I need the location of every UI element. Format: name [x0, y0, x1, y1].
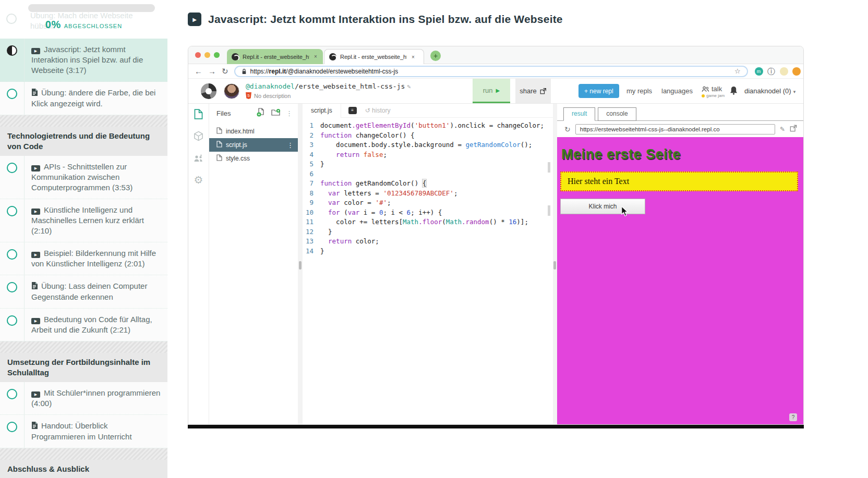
lesson-item[interactable]: ▶Künstliche Intelligenz und Maschinelles…	[0, 199, 167, 242]
klick-mich-button[interactable]: Klick mich	[560, 199, 645, 214]
share-button[interactable]: share	[515, 79, 551, 103]
status-circle-icon[interactable]	[7, 89, 17, 99]
open-in-new-window-icon[interactable]	[790, 125, 797, 134]
history-button[interactable]: ↺ history	[365, 107, 391, 114]
bookmark-star-icon[interactable]: ☆	[734, 67, 741, 75]
code-text: document.body.style.background = getRand…	[320, 140, 532, 150]
line-number: 9	[303, 198, 320, 208]
address-bar[interactable]: https://repl.it/@dianaknodel/erstewebsei…	[234, 66, 748, 77]
file-row-style-css[interactable]: style.css	[209, 152, 298, 165]
lesson-item[interactable]: ▶APIs - Schnittstellen zur Kommunikation…	[0, 156, 167, 199]
lesson-item[interactable]: Übung: Lass deinen Computer Gegenstände …	[0, 275, 167, 309]
add-file-icon[interactable]	[257, 108, 266, 118]
browser-tab-1[interactable]: Repl.it - erste_webseite_html ×	[227, 49, 323, 64]
lesson-label: ▶Javascript: Jetzt kommt Interaktion ins…	[25, 39, 167, 81]
files-rail-icon[interactable]	[194, 109, 204, 119]
multiplayer-people-icon[interactable]	[194, 153, 204, 163]
file-menu-kebab-icon[interactable]: ⋮	[287, 141, 294, 149]
close-window-icon[interactable]	[195, 52, 201, 58]
nav-languages[interactable]: languages	[661, 87, 693, 95]
nav-my-repls[interactable]: my repls	[626, 87, 652, 95]
zoom-window-icon[interactable]	[214, 52, 220, 58]
lesson-title-row: ▶ Javascript: Jetzt kommt Interaktion in…	[188, 13, 563, 26]
video-icon: ▶	[31, 165, 40, 171]
close-tab-icon[interactable]: ×	[412, 54, 415, 60]
file-name: style.css	[226, 155, 250, 162]
reload-icon[interactable]: ↻	[222, 67, 228, 75]
line-number: 11	[303, 217, 320, 227]
code-text: var letters = '0123456789ABCDEF';	[320, 189, 457, 199]
files-menu-kebab-icon[interactable]: ⋮	[286, 109, 293, 117]
scroll-marker	[548, 205, 550, 216]
nav-talk[interactable]: talk game jam	[702, 85, 725, 98]
panel-resizer-right[interactable]	[553, 104, 557, 424]
resize-grip[interactable]	[299, 261, 302, 269]
status-circle-icon[interactable]	[7, 422, 17, 432]
result-webpage: Meine erste Seite Hier steht ein Text Kl…	[557, 137, 803, 424]
code-editor[interactable]: script.js ≡ ↺ history 1document.getEleme…	[303, 104, 553, 424]
lesson-video[interactable]: Repl.it - erste_webseite_html × Repl.it …	[188, 46, 804, 428]
url-text: https://repl.it/@dianaknodel/erstewebsei…	[250, 68, 399, 75]
video-player-bar[interactable]	[188, 425, 804, 428]
lesson-item[interactable]: Handout: Überblick Programmieren im Unte…	[0, 415, 167, 448]
status-circle-icon[interactable]	[7, 389, 17, 399]
browser-toolbar: ← → ↻ https://repl.it/@dianaknodel/erste…	[188, 64, 803, 79]
smiley-extension-icon[interactable]	[780, 67, 788, 76]
repl-path: /erste_webseite_html-css-js	[295, 82, 405, 90]
minimize-window-icon[interactable]	[204, 52, 210, 58]
file-row-index-html[interactable]: index.html	[209, 125, 298, 138]
video-icon: ▶	[31, 252, 40, 258]
lesson-label: ▶APIs - Schnittstellen zur Kommunikation…	[25, 156, 167, 199]
lesson-item[interactable]: ▶Javascript: Jetzt kommt Interaktion ins…	[0, 39, 167, 82]
forward-icon[interactable]: →	[208, 67, 216, 75]
status-circle-icon[interactable]	[7, 206, 17, 216]
teal-extension-icon[interactable]: m	[755, 67, 763, 76]
info-extension-icon[interactable]: ⓘ	[767, 67, 776, 76]
tab-console[interactable]: console	[598, 107, 636, 121]
user-menu[interactable]: dianaknodel (0)▾	[744, 87, 795, 95]
back-icon[interactable]: ←	[195, 67, 202, 75]
new-repl-button[interactable]: + new repl	[578, 84, 619, 98]
file-list: index.htmlscript.js⋮style.css	[209, 125, 298, 165]
status-circle-icon[interactable]	[7, 282, 17, 292]
notifications-bell-icon[interactable]	[730, 86, 738, 97]
run-button[interactable]: run▶	[473, 79, 510, 103]
file-icon	[216, 127, 222, 136]
lesson-item[interactable]: ▶Mit Schüler*innen programmieren (4:00)	[0, 382, 167, 415]
add-folder-icon[interactable]	[271, 108, 281, 118]
tab-result[interactable]: result	[563, 107, 595, 121]
settings-gear-icon[interactable]: ⚙	[194, 175, 204, 185]
refresh-icon[interactable]: ↻	[564, 125, 571, 133]
status-circle-icon[interactable]	[7, 163, 17, 173]
replit-logo[interactable]	[201, 83, 216, 99]
browser-tab-2[interactable]: Repl.it - erste_webseite_html-c ×	[324, 49, 424, 64]
line-number: 3	[303, 140, 320, 150]
page: Übung: Mach deine Webseite hübsch 0%ABGE…	[0, 0, 868, 478]
help-badge[interactable]: ?	[789, 413, 797, 421]
code-line: 3 document.body.style.background = getRa…	[303, 140, 553, 150]
result-url[interactable]: https://erstewebseitehtml-css-js--dianak…	[575, 124, 775, 134]
user-avatar[interactable]	[224, 83, 239, 99]
orange-extension-icon[interactable]	[792, 67, 801, 76]
panel-resizer-left[interactable]	[298, 104, 303, 424]
packages-cube-icon[interactable]	[194, 131, 204, 141]
file-row-script-js[interactable]: script.js⋮	[209, 138, 298, 152]
edit-url-pencil-icon[interactable]: ✎	[780, 126, 785, 133]
lesson-label: Übung: Lass deinen Computer Gegenstände …	[25, 275, 167, 308]
line-number: 5	[303, 160, 320, 169]
status-circle-icon[interactable]	[7, 249, 17, 260]
resize-grip[interactable]	[553, 261, 556, 269]
status-in-progress-icon[interactable]	[7, 45, 17, 56]
lesson-item[interactable]: ▶Bedeutung von Code für Alltag, Arbeit u…	[0, 309, 167, 341]
status-circle-icon[interactable]	[7, 315, 17, 326]
lesson-item[interactable]: ▶Beispiel: Bilderkennung mit Hilfe von K…	[0, 242, 167, 275]
lesson-label: ▶Beispiel: Bilderkennung mit Hilfe von K…	[25, 242, 167, 275]
repl-owner[interactable]: @dianaknodel	[246, 82, 295, 90]
lesson-item[interactable]: Übung: ändere die Farbe, die bei Klick a…	[0, 82, 167, 115]
editor-tab-scriptjs[interactable]: script.js	[303, 104, 341, 118]
code-area[interactable]: 1document.getElementById('button1').oncl…	[303, 118, 553, 256]
new-tab-button[interactable]: +	[430, 51, 441, 61]
close-tab-icon[interactable]: ×	[314, 54, 317, 59]
editor-settings-icon[interactable]: ≡	[348, 107, 357, 114]
edit-pencil-icon[interactable]: ✎	[407, 83, 411, 90]
